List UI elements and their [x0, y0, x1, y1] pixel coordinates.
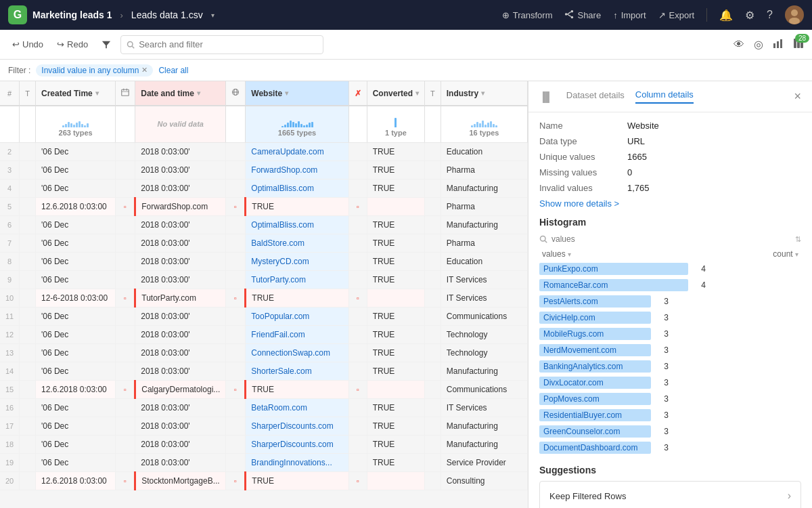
histogram-bar-row[interactable]: CivicHelp.com3	[539, 310, 801, 325]
histogram-bar-label[interactable]: NerdMovement.com	[539, 344, 651, 356]
cell-converted: TRUE	[367, 362, 424, 380]
import-button[interactable]: ↑ Import	[613, 10, 646, 20]
table-scroll[interactable]: # T Created Time ▾	[0, 81, 528, 508]
histogram-bar-row[interactable]: GreenCounselor.com3	[539, 424, 801, 439]
columns-icon[interactable]: 28	[793, 38, 804, 51]
cell-datetime: 2018 0:03:00'	[135, 234, 226, 252]
filter-tag[interactable]: Invalid value in any column ✕	[36, 64, 153, 77]
histogram-sort-icon[interactable]: ⇅	[795, 235, 801, 244]
sort-converted-icon[interactable]: ▾	[415, 89, 419, 97]
file-dropdown-icon[interactable]: ▾	[211, 12, 215, 19]
cell-website: ShorterSale.com	[246, 362, 348, 380]
search-input[interactable]	[139, 39, 317, 49]
funnel-icon	[102, 40, 111, 49]
app-logo[interactable]: G	[8, 5, 27, 24]
suggestions-title: Suggestions	[539, 465, 801, 475]
histogram-bar-label[interactable]: PopMoves.com	[539, 393, 651, 405]
histogram-bar-label[interactable]: DocumentDashboard.com	[539, 442, 651, 454]
col-header-converted[interactable]: Converted ▾	[367, 81, 424, 106]
detail-name-label: Name	[539, 121, 627, 131]
filter-remove-icon[interactable]: ✕	[141, 66, 148, 75]
histogram-bar-label[interactable]: RomanceBar.com	[539, 279, 688, 291]
sort-industry-icon[interactable]: ▾	[481, 89, 484, 97]
redo-button[interactable]: ↪ Redo	[53, 37, 92, 52]
clear-all-button[interactable]: Clear all	[158, 66, 188, 75]
histogram-bar-row[interactable]: BankingAnalytics.com3	[539, 359, 801, 374]
histogram-bar-label[interactable]: GreenCounselor.com	[539, 425, 651, 438]
cell-check-icon	[348, 142, 367, 161]
cell-cal-icon: ▫	[116, 289, 135, 307]
cell-website: FriendFail.com	[246, 325, 348, 343]
cell-converted: TRUE	[367, 252, 424, 270]
show-more-button[interactable]: Show more details >	[539, 198, 801, 209]
histogram-bar-label[interactable]: CivicHelp.com	[539, 312, 651, 324]
histogram-bar-row[interactable]: PopMoves.com3	[539, 391, 801, 406]
eye-icon[interactable]: 👁	[734, 39, 744, 51]
histogram-bar-row[interactable]: DocumentDashboard.com3	[539, 440, 801, 455]
histogram-bar-count: 3	[655, 394, 669, 404]
cell-row-num: 9	[0, 270, 20, 289]
cell-row-num: 6	[0, 215, 20, 234]
histogram-bar-label[interactable]: PunkExpo.com	[539, 263, 688, 275]
datetime-stats-label: No valid data	[158, 120, 204, 128]
cell-industry: Service Provider	[441, 453, 527, 471]
toolbar: ↩ Undo ↪ Redo 👁 ◎ 28	[0, 30, 812, 60]
project-title[interactable]: Marketing leads 1	[32, 9, 112, 20]
cell-converted: TRUE	[367, 142, 424, 161]
hist-count-sort[interactable]: ▾	[795, 251, 798, 258]
cell-globe-icon: ▫	[226, 289, 246, 307]
share-button[interactable]: Share	[564, 9, 601, 21]
histogram-bar-row[interactable]: DivxLocator.com3	[539, 375, 801, 390]
help-icon[interactable]: ?	[767, 9, 773, 21]
cell-cal-icon: ▫	[116, 197, 135, 215]
tab-dataset[interactable]: Dataset details	[566, 90, 625, 103]
table-row: 14'06 Dec2018 0:03:00'ShorterSale.comTRU…	[0, 362, 528, 380]
col-header-date-time[interactable]: Date and time ▾	[135, 81, 226, 106]
col-header-website[interactable]: Website ▾	[246, 81, 348, 106]
hist-values-sort[interactable]: ▾	[568, 251, 571, 258]
file-title[interactable]: Leads data 1.csv	[131, 9, 203, 20]
filter-icon-button[interactable]	[97, 37, 115, 52]
search-bar[interactable]	[120, 35, 323, 54]
export-button[interactable]: ↗ Export	[658, 10, 695, 20]
settings-icon[interactable]: ⚙	[745, 9, 754, 22]
histogram-search[interactable]: ⇅	[539, 234, 801, 244]
avatar[interactable]	[785, 5, 804, 24]
column-header-row: # T Created Time ▾	[0, 81, 528, 106]
cell-cal-icon	[116, 343, 135, 362]
chart-icon[interactable]	[773, 38, 784, 51]
cell-globe-icon	[226, 417, 246, 435]
histogram-bar-label[interactable]: DivxLocator.com	[539, 377, 651, 389]
panel-close-button[interactable]: ×	[794, 89, 801, 104]
sort-website-icon[interactable]: ▾	[285, 89, 288, 97]
tab-column[interactable]: Column details	[635, 89, 694, 104]
histogram-bar-label[interactable]: ResidentialBuyer.com	[539, 409, 651, 421]
histogram-bar-row[interactable]: PestAlerts.com3	[539, 294, 801, 309]
histogram-bar-label[interactable]: PestAlerts.com	[539, 295, 651, 308]
cell-created-time: '06 Dec	[35, 179, 115, 197]
undo-button[interactable]: ↩ Undo	[8, 37, 47, 52]
histogram-bar-row[interactable]: MobileRugs.com3	[539, 326, 801, 341]
col-header-industry[interactable]: Industry ▾	[441, 81, 527, 106]
cell-row-num: 11	[0, 307, 20, 325]
sort-datetime-icon[interactable]: ▾	[197, 89, 200, 97]
histogram-bar-row[interactable]: ResidentialBuyer.com3	[539, 408, 801, 423]
transform-button[interactable]: ⊕ Transform	[502, 10, 553, 20]
svg-point-0	[571, 9, 574, 12]
suggestion-item[interactable]: Keep Filtered Rows›	[539, 481, 801, 508]
histogram-search-input[interactable]	[551, 234, 791, 244]
cell-t-icon	[20, 398, 36, 417]
website-stats-label: 1665 types	[278, 129, 316, 137]
cell-converted: TRUE	[367, 270, 424, 289]
col-header-created-time[interactable]: Created Time ▾	[35, 81, 115, 106]
histogram-bar-label[interactable]: MobileRugs.com	[539, 328, 651, 340]
bell-icon[interactable]: 🔔	[719, 9, 733, 22]
sort-created-icon[interactable]: ▾	[95, 89, 99, 97]
histogram-bar-row[interactable]: RomanceBar.com4	[539, 278, 801, 293]
histogram-bar-row[interactable]: NerdMovement.com3	[539, 343, 801, 358]
histogram-bar-row[interactable]: PunkExpo.com4	[539, 261, 801, 276]
cell-industry: Pharma	[441, 161, 527, 179]
target-icon[interactable]: ◎	[754, 38, 763, 51]
cell-datetime: 2018 0:03:00'	[135, 325, 226, 343]
histogram-bar-label[interactable]: BankingAnalytics.com	[539, 360, 651, 373]
